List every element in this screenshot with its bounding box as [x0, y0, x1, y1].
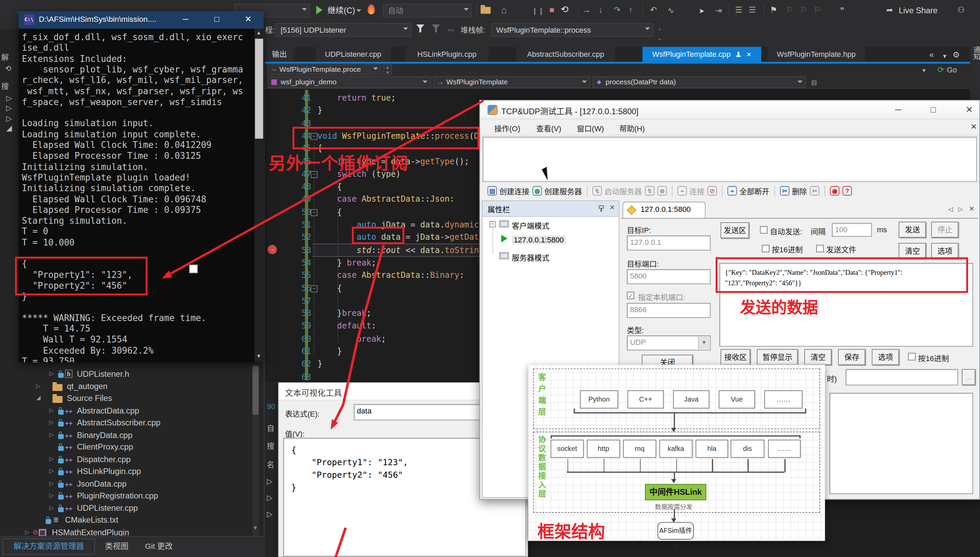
expand-icon[interactable]: ▷ [25, 529, 29, 535]
local-port-input[interactable]: 8866 [627, 303, 710, 318]
nav-dropdown-icon[interactable]: ▼ [921, 66, 926, 75]
split-view-icon[interactable]: ⊟ [811, 78, 817, 87]
expand-icon[interactable]: ▷ [49, 468, 54, 474]
quick-info-icon[interactable]: ☰ [749, 5, 756, 15]
expand-icon[interactable]: ▷ [49, 419, 54, 425]
go-label[interactable]: Go [947, 65, 957, 75]
tree-item-JsonData.cpp[interactable]: ▷++JsonData.cpp [0, 478, 250, 490]
continue-play-icon[interactable] [316, 6, 322, 15]
auto-combobox[interactable]: 自动 [383, 4, 472, 17]
tab-prev-icon[interactable]: ◁ [948, 205, 953, 212]
dest-port-input[interactable]: 5800 [627, 269, 710, 284]
send-options-button[interactable]: 选项 [931, 243, 959, 259]
tree-item-UDPListener.h[interactable]: ▷hUDPListener.h [0, 369, 250, 381]
send-file-checkbox[interactable] [816, 245, 824, 252]
expand-icon[interactable]: ▷ [36, 383, 41, 389]
tab-WsfPluginTemplate.cpp[interactable]: WsfPluginTemplate.cpp✕ [642, 47, 761, 62]
home-icon[interactable]: ⌂ [501, 5, 507, 15]
next-bookmark-icon[interactable]: ⚐ [800, 5, 807, 15]
tree-item-qt_autogen[interactable]: ▷qt_autogen [0, 381, 250, 393]
tcp-titlebar[interactable]: TCP&UDP测试工具 - [127.0.0.1:5800] ─ □ ✕ [480, 101, 980, 119]
current-statement-icon[interactable]: → [268, 245, 277, 254]
send-zone-button[interactable]: 发送区 [721, 222, 749, 239]
close-icon[interactable]: ✕ [609, 204, 615, 212]
menu-view[interactable]: 查看(V) [536, 122, 561, 133]
filter-icon[interactable] [416, 24, 424, 33]
tree-connection[interactable]: 127.0.0.1:5800 [512, 235, 565, 244]
maximize-button[interactable]: □ [931, 104, 936, 114]
live-share-button[interactable]: Live Share [899, 6, 938, 16]
explorer-scrollbar[interactable]: ▼ [253, 363, 259, 536]
expand-icon[interactable]: ▷ [49, 431, 54, 437]
indent-icon[interactable]: ⇥ [715, 6, 722, 16]
tab-list-icon[interactable]: ▼ [942, 51, 947, 61]
live-share-icon[interactable]: ➦ [886, 5, 893, 15]
clear-recv-button[interactable]: 清空 [804, 349, 832, 366]
scroll-down-icon[interactable]: ▼ [253, 525, 258, 531]
console-titlebar[interactable]: C:\ D:\AFSim\HSimSys\bin\mission.... ─ □… [19, 11, 264, 29]
pointer-icon[interactable]: ➤ [699, 6, 704, 16]
save-button[interactable]: 保存 [838, 349, 866, 366]
dest-ip-input[interactable]: 127.0.0.1 [627, 235, 710, 250]
tool-连接[interactable]: ⌁连接 [678, 185, 704, 196]
comment-icon[interactable]: ❞ [840, 6, 844, 16]
close-button[interactable]: ✕ [239, 14, 258, 24]
stop-icon[interactable]: ■ [549, 5, 554, 15]
tool-icon[interactable]: ⊘ [707, 186, 717, 195]
tool-icon[interactable]: ◉ [830, 186, 840, 195]
recv-hex-checkbox[interactable] [908, 353, 916, 360]
tool-全部断开[interactable]: ⌁全部断开 [727, 185, 769, 196]
recv-options-button[interactable]: 选项 [872, 349, 899, 366]
properties-header[interactable]: 属性栏 ✕ [482, 201, 619, 217]
pause-icon[interactable]: ❙❙ [532, 6, 545, 16]
expand-icon[interactable]: ▷ [49, 480, 54, 486]
tool-启动服务器[interactable]: ↯启动服务器 [593, 185, 642, 196]
expand-icon[interactable]: ▷ [49, 456, 54, 462]
tab-class-view[interactable]: 类视图 [105, 541, 129, 551]
tab-git-changes[interactable]: Git 更改 [145, 541, 173, 551]
local-port-checkbox[interactable]: ✓ [627, 292, 634, 299]
tree-item-UDPListener.cpp[interactable]: ▷++UDPListener.cpp [0, 503, 250, 515]
maximize-button[interactable]: □ [207, 14, 226, 24]
tool-创建连接[interactable]: ▤创建连接 [488, 185, 529, 196]
tree-item-HSMathExtendPlugin[interactable]: ▷⊘HSMathExtendPlugin [0, 527, 250, 536]
diagnostics-icon[interactable]: ∿ [668, 6, 675, 16]
bookmark-icon[interactable]: ⚑ [770, 5, 777, 15]
expand-icon[interactable]: ▷ [49, 370, 54, 376]
close-tab-icon[interactable]: ✕ [746, 51, 751, 58]
tool-icon[interactable]: ✂ [810, 186, 820, 195]
restart-icon[interactable]: ⟲ [561, 5, 568, 14]
tree-item-BinaryData.cpp[interactable]: ▷++BinaryData.cpp [0, 430, 250, 441]
tab-close-icon[interactable]: ✕ [969, 205, 975, 213]
step-out-icon[interactable]: ↑ [629, 5, 633, 15]
list-members-icon[interactable]: ☰ [735, 5, 742, 15]
receive-zone-button[interactable]: 接收区 [721, 349, 751, 366]
menu-operation[interactable]: 操作(O) [495, 122, 520, 133]
scroll-up-icon[interactable]: ▲ [256, 30, 261, 36]
prev-bookmark-icon[interactable]: ⚐ [786, 5, 794, 15]
mdi-close-icon[interactable]: ✕ [970, 122, 977, 131]
receive-display-area[interactable] [829, 393, 973, 494]
type-combobox[interactable]: UDP ▼ [627, 335, 710, 350]
toolbar-overflow-icon[interactable]: ⌄⌄ [657, 24, 662, 44]
tree-item-ClientProxy.cpp[interactable]: ++ClientProxy.cpp [0, 442, 250, 454]
scroll-tabs-icon[interactable]: « [929, 50, 934, 60]
tree-item-PluginRegistration.cpp[interactable]: ▷++PluginRegistration.cpp [0, 490, 250, 502]
tree-item-AbstractSubscriber.cpp[interactable]: ▷++AbstractSubscriber.cpp [0, 417, 250, 429]
expand-icon[interactable]: ◢ [36, 395, 41, 401]
tree-client-mode[interactable]: 客户端模式 [512, 220, 549, 231]
tab-UDPListener.cpp[interactable]: UDPListener.cpp [316, 47, 390, 62]
minimize-button[interactable]: ─ [176, 14, 195, 24]
show-next-statement-icon[interactable]: → [583, 5, 591, 15]
tab-输出[interactable]: 输出 [265, 47, 294, 62]
pause-display-button[interactable]: 暂停显示 [757, 349, 798, 366]
send-hex-checkbox[interactable] [762, 245, 769, 252]
send-button[interactable]: 发送 [899, 222, 926, 238]
browse-button[interactable]: ... [962, 369, 975, 385]
thread-combobox[interactable]: [5156] UDPListener [276, 23, 412, 37]
interval-input[interactable]: 100 [832, 223, 872, 237]
console-scrollbar[interactable]: ▲ ▼ [255, 29, 264, 362]
continue-dropdown-icon[interactable] [356, 10, 361, 12]
tab-next-icon[interactable]: ▷ [958, 205, 963, 212]
menu-help[interactable]: 帮助(H) [619, 122, 645, 133]
